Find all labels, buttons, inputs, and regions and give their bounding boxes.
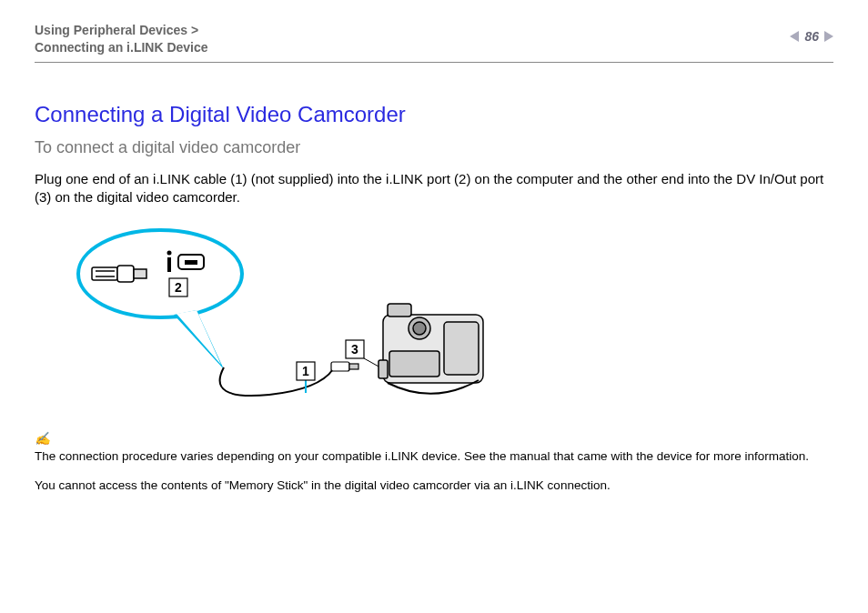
- connection-diagram: 2 1 3: [60, 224, 542, 415]
- svg-rect-12: [349, 364, 358, 369]
- note-text-1: The connection procedure varies dependin…: [35, 448, 833, 465]
- ilink-cable-plug-icon: [331, 362, 358, 371]
- svg-rect-9: [185, 260, 197, 265]
- ilink-cable-icon: [220, 367, 333, 396]
- page-title: Connecting a Digital Video Camcorder: [35, 102, 833, 127]
- breadcrumb-page: Connecting an i.LINK Device: [35, 40, 208, 55]
- next-page-button[interactable]: [824, 31, 833, 42]
- note-text-2: You cannot access the contents of "Memor…: [35, 477, 833, 494]
- camcorder-icon: [378, 304, 483, 394]
- svg-rect-3: [134, 269, 146, 278]
- diagram-label-2: 2: [175, 280, 182, 295]
- note-icon: ✍: [35, 431, 833, 447]
- svg-rect-18: [389, 351, 439, 377]
- svg-rect-7: [167, 257, 171, 272]
- svg-rect-1: [92, 267, 117, 280]
- svg-rect-23: [388, 304, 411, 317]
- prev-page-button[interactable]: [790, 31, 799, 42]
- svg-rect-11: [331, 362, 349, 371]
- svg-rect-2: [117, 266, 134, 282]
- diagram-label-1: 1: [302, 364, 309, 378]
- page-subtitle: To connect a digital video camcorder: [35, 138, 833, 157]
- svg-rect-19: [444, 322, 479, 375]
- page-header: Using Peripheral Devices > Connecting an…: [35, 22, 833, 63]
- page-number: 86: [804, 29, 819, 44]
- diagram-label-3: 3: [351, 342, 358, 357]
- page-content: Connecting a Digital Video Camcorder To …: [35, 102, 833, 507]
- breadcrumb-separator: >: [191, 23, 198, 37]
- instruction-text: Plug one end of an i.LINK cable (1) (not…: [35, 170, 833, 207]
- svg-rect-22: [378, 360, 388, 378]
- svg-point-21: [413, 322, 426, 335]
- svg-point-6: [167, 250, 172, 255]
- breadcrumb: Using Peripheral Devices > Connecting an…: [35, 22, 833, 56]
- callout-bubble: [78, 230, 242, 369]
- page-nav: 86: [790, 29, 833, 44]
- breadcrumb-section: Using Peripheral Devices: [35, 23, 187, 37]
